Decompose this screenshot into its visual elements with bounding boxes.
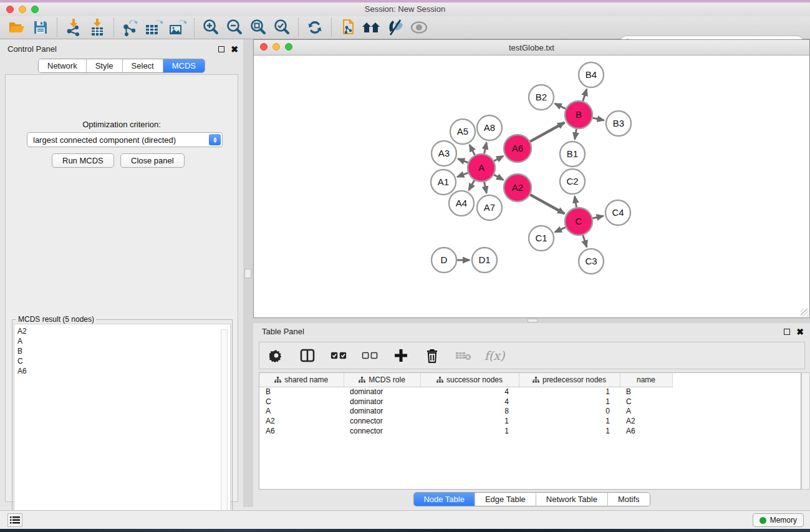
close-view-icon[interactable] [260,43,268,51]
mcds-result-item[interactable]: A6 [17,366,227,376]
horizontal-splitter[interactable] [253,318,810,323]
tab-motifs[interactable]: Motifs [608,493,650,506]
edge-A6-B[interactable] [530,123,564,142]
table-cell: dominator [344,387,420,397]
new-network-icon[interactable] [336,17,360,37]
first-neighbors-icon[interactable] [360,17,383,37]
edge-C-C4[interactable] [592,216,603,218]
edge-B-B1[interactable] [575,129,577,140]
splitter-grip[interactable] [244,269,251,278]
column-header-predecessor-nodes[interactable]: predecessor nodes [519,373,620,387]
table-row[interactable]: A2connector11A2 [259,416,672,426]
edge-A-A1[interactable] [457,173,468,177]
edge-A-A3[interactable] [458,159,468,163]
table-options-icon[interactable] [268,347,284,364]
criterion-select[interactable]: largest connected component (directed) [27,132,223,147]
show-graphics-icon[interactable] [407,17,431,37]
apply-layout-icon[interactable] [303,17,327,37]
show-column-icon[interactable] [299,347,316,364]
list-scrollbar[interactable] [221,329,228,528]
table-cell: A2 [620,416,672,426]
import-table-icon[interactable] [85,17,109,37]
zoom-view-icon[interactable] [285,43,292,51]
minimize-window-icon[interactable] [19,6,26,13]
node-label-A1: A1 [438,177,449,187]
add-column-icon[interactable] [393,347,409,364]
delete-table-icon[interactable] [455,347,471,364]
table-row[interactable]: A6connector11A6 [259,426,672,436]
edge-A-A5[interactable] [470,145,475,155]
edge-A-A4[interactable] [469,180,475,190]
mcds-result-item[interactable]: C [17,356,227,366]
splitter-grip[interactable] [528,319,538,322]
export-image-icon[interactable] [166,17,190,37]
edge-B-B2[interactable] [555,104,566,109]
run-mcds-button[interactable]: Run MCDS [52,153,114,168]
zoom-selected-icon[interactable] [270,17,294,37]
mcds-result-item[interactable]: B [17,346,227,356]
table-row[interactable]: Bdominator41B [259,387,672,397]
close-panel-icon[interactable]: ✖ [796,329,804,335]
zoom-out-icon[interactable] [223,17,246,37]
network-canvas[interactable]: B4B2BB3A8A5A6A3B1AA1C2A2A4A7C4CC1C3DD1 [254,56,809,317]
desktop-strip [0,529,810,532]
close-panel-button[interactable]: Close panel [120,153,185,168]
table-header[interactable]: shared nameMCDS rolesuccessor nodesprede… [259,373,672,387]
network-graph[interactable]: B4B2BB3A8A5A6A3B1AA1C2A2A4A7C4CC1C3DD1 [254,56,809,317]
close-panel-icon[interactable]: ✖ [231,46,238,52]
tab-edge-table[interactable]: Edge Table [475,493,536,506]
node-label-A3: A3 [438,148,450,158]
edge-B-B4[interactable] [583,89,587,101]
column-header-successor-nodes[interactable]: successor nodes [420,373,519,387]
tab-mcds[interactable]: MCDS [163,59,205,72]
tab-network-table[interactable]: Network Table [536,493,608,506]
edge-A-A6[interactable] [494,156,503,161]
zoom-fit-icon[interactable] [246,17,270,37]
memory-button[interactable]: Memory [753,513,804,527]
open-file-icon[interactable] [5,17,29,37]
mcds-result-list[interactable]: A2ABCA6 [14,324,231,531]
float-panel-icon[interactable] [784,329,790,335]
tab-network[interactable]: Network [39,59,87,72]
column-header-MCDS-role[interactable]: MCDS role [344,373,420,387]
node-table[interactable]: shared nameMCDS rolesuccessor nodesprede… [259,372,801,490]
criterion-value: largest connected component (directed) [33,135,176,145]
delete-column-icon[interactable] [424,347,440,364]
table-row[interactable]: Adominator80A [259,407,672,417]
tab-select[interactable]: Select [123,59,163,72]
edge-C-C2[interactable] [575,196,577,208]
edge-B-B3[interactable] [592,118,604,120]
node-label-A7: A7 [484,202,495,213]
edge-A-A7[interactable] [485,182,487,193]
hide-selected-icon[interactable] [383,17,407,37]
zoom-window-icon[interactable] [31,6,39,13]
table-body[interactable]: Bdominator41BCdominator41CAdominator80AA… [259,387,672,436]
task-history-icon[interactable] [7,513,22,527]
table-row[interactable]: Cdominator41C [259,397,672,407]
edge-A2-C[interactable] [530,195,564,213]
edge-A-A8[interactable] [485,143,487,154]
export-network-icon[interactable] [118,17,142,37]
zoom-in-icon[interactable] [199,17,223,37]
column-header-name[interactable]: name [620,373,672,387]
deselect-all-icon[interactable] [362,347,378,364]
vertical-splitter[interactable] [243,39,253,507]
edge-C-C3[interactable] [583,235,587,247]
edge-C-C1[interactable] [555,227,566,232]
export-table-icon[interactable] [142,17,166,37]
close-window-icon[interactable] [6,6,14,13]
float-panel-icon[interactable] [218,46,224,52]
mcds-result-item[interactable]: A2 [17,326,227,336]
edge-A-A2[interactable] [494,175,503,180]
column-header-shared-name[interactable]: shared name [259,373,344,387]
select-all-icon[interactable] [330,347,347,364]
minimize-view-icon[interactable] [272,43,280,51]
function-builder-icon[interactable]: f(x) [486,347,503,364]
tab-style[interactable]: Style [87,59,123,72]
mcds-result-item[interactable]: A [17,336,227,346]
table-scrollbar[interactable] [801,372,810,490]
import-network-icon[interactable] [62,17,85,37]
tab-node-table[interactable]: Node Table [413,493,475,506]
resize-grip-icon[interactable] [801,309,809,317]
save-session-icon[interactable] [29,17,52,37]
